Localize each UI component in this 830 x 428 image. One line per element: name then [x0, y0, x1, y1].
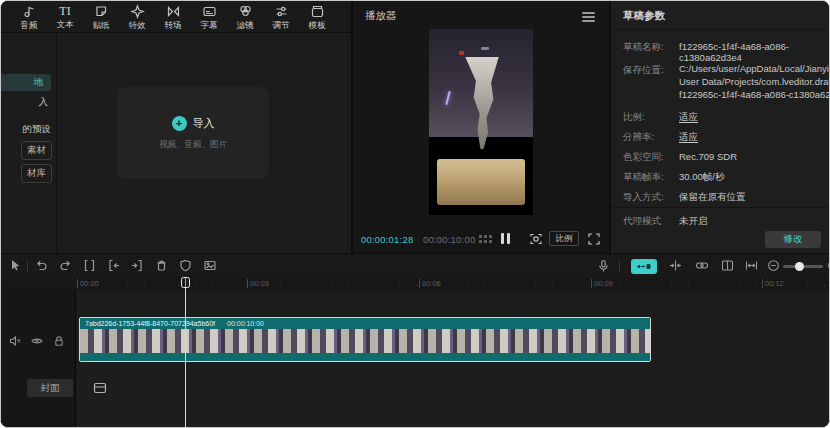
sidebar-item-library[interactable]: 材库 [21, 164, 52, 183]
proxy-mode-label: 代理模式 [623, 215, 661, 228]
trim-left-icon[interactable] [107, 259, 120, 272]
adjust-icon [274, 4, 289, 19]
save-location-value: C:/Users/user/AppData/Local/JianyingPro/… [679, 62, 830, 101]
player-title: 播放器 [365, 9, 397, 23]
import-plus-icon: + [172, 116, 187, 131]
delete-icon[interactable] [155, 259, 168, 272]
text-icon: TI [59, 5, 70, 18]
tab-label: 特效 [129, 21, 146, 30]
ruler-tick: 00:12 [762, 279, 784, 288]
save-location-label: 保存位置: [623, 64, 664, 77]
tab-transition[interactable]: 转场 [155, 4, 191, 30]
fit-timeline-icon[interactable] [745, 259, 758, 272]
total-duration: 00:00:10:00 [423, 234, 475, 245]
proxy-mode-value: 未开启 [679, 215, 708, 228]
select-tool-icon[interactable] [9, 259, 22, 272]
video-clip[interactable]: 7abd226d-1753-44f8-8470-707294a5b60f 00:… [79, 317, 651, 362]
preview-axis-toggle[interactable] [721, 259, 734, 272]
video-debris [459, 51, 464, 55]
toolbar-divider [27, 260, 28, 272]
video-debris [481, 47, 489, 50]
resolution-value-link[interactable]: 适应 [679, 131, 698, 144]
resolution-label: 分辨率: [623, 131, 654, 144]
ruler-tick: 00:06 [419, 279, 441, 288]
media-sidebar: 地 入 的预设 素材 材库 [1, 34, 57, 253]
modify-button[interactable]: 修改 [765, 231, 821, 248]
player-panel: 播放器 00:00:01:28 00:00:10:00 比例 [353, 1, 609, 253]
filter-icon [238, 4, 253, 19]
effects-icon [130, 4, 145, 19]
tab-adjust[interactable]: 调节 [263, 4, 299, 30]
tab-effects[interactable]: 特效 [119, 4, 155, 30]
tab-label: 音频 [21, 21, 38, 30]
cover-image-icon[interactable] [203, 259, 217, 272]
ratio-value-link[interactable]: 适应 [679, 111, 698, 124]
tab-filter[interactable]: 滤镜 [227, 4, 263, 30]
media-toolbar: 音频 TI 文本 贴纸 特效 转场 [1, 1, 351, 33]
sidebar-item-presets[interactable]: 的预设 [23, 123, 52, 136]
color-space-label: 色彩空间: [623, 151, 664, 164]
capcut-window: 音频 TI 文本 贴纸 特效 转场 [0, 0, 830, 428]
playhead-line[interactable] [185, 277, 186, 428]
auto-snap-toggle[interactable] [669, 259, 682, 272]
redo-icon[interactable] [59, 259, 72, 272]
clip-header: 7abd226d-1753-44f8-8470-707294a5b60f 00:… [80, 318, 650, 329]
frame-rate-value: 30.00帧/秒 [679, 171, 724, 184]
preview-video[interactable] [429, 29, 533, 215]
playhead-handle[interactable] [181, 277, 190, 288]
tab-label: 文本 [57, 20, 74, 29]
cover-frame-icon[interactable] [93, 382, 107, 394]
media-panel: 音频 TI 文本 贴纸 特效 转场 [1, 1, 351, 253]
timeline-toolbar [1, 253, 830, 277]
color-space-value: Rec.709 SDR [679, 151, 737, 162]
sidebar-item-import[interactable]: 入 [39, 96, 49, 109]
current-time: 00:00:01:28 [361, 234, 413, 245]
sidebar-item-material[interactable]: 素材 [21, 141, 52, 160]
lock-track-icon[interactable] [53, 335, 65, 347]
frames-icon[interactable] [479, 235, 492, 243]
divider [611, 29, 830, 30]
main-track-magnet-toggle[interactable] [631, 259, 657, 274]
tab-label: 模板 [309, 21, 326, 30]
sticker-icon [94, 4, 109, 19]
timeline-ruler[interactable]: 00:00 00:03 00:06 00:09 00:12 [1, 277, 830, 291]
clip-duration: 00:00:10:00 [227, 320, 264, 327]
cover-button[interactable]: 封面 [27, 379, 73, 397]
zoom-slider-handle[interactable] [795, 262, 804, 271]
fullscreen-icon[interactable] [587, 232, 601, 246]
params-title: 草稿参数 [623, 9, 665, 23]
transition-icon [166, 4, 181, 19]
video-base [437, 159, 525, 205]
hide-track-icon[interactable] [31, 335, 43, 347]
shield-icon[interactable] [179, 259, 192, 272]
mic-icon[interactable] [597, 259, 610, 273]
sidebar-item-local[interactable]: 地 [1, 74, 51, 91]
import-dropzone[interactable]: + 导入 视频、音频、图片 [117, 87, 269, 179]
pause-button[interactable] [501, 233, 510, 244]
divider [611, 207, 830, 208]
audio-icon [22, 4, 37, 19]
tab-sticker[interactable]: 贴纸 [83, 4, 119, 30]
toolbar-divider [619, 260, 620, 272]
track-area: 封面 7abd226d-1753-44f8-8470-707294a5b60f … [1, 291, 830, 428]
tab-label: 字幕 [201, 21, 218, 30]
tab-audio[interactable]: 音频 [11, 4, 47, 30]
tab-label: 调节 [273, 21, 290, 30]
tab-text[interactable]: TI 文本 [47, 5, 83, 29]
clip-thumbnails [80, 329, 650, 353]
tab-label: 转场 [165, 21, 182, 30]
split-clip-icon[interactable] [83, 259, 96, 272]
ratio-button[interactable]: 比例 [549, 231, 579, 246]
mute-track-icon[interactable] [9, 335, 21, 347]
zoom-out-icon[interactable] [767, 259, 780, 272]
player-menu-icon[interactable] [582, 12, 595, 22]
undo-icon[interactable] [35, 259, 48, 272]
linkage-toggle[interactable] [695, 259, 709, 272]
trim-right-icon[interactable] [131, 259, 144, 272]
ruler-tick: 00:03 [247, 279, 269, 288]
tab-captions[interactable]: 字幕 [191, 4, 227, 30]
template-icon [310, 4, 325, 19]
track-header-column: 封面 [1, 291, 76, 428]
tab-template[interactable]: 模板 [299, 4, 335, 30]
smart-frame-icon[interactable] [529, 232, 543, 246]
